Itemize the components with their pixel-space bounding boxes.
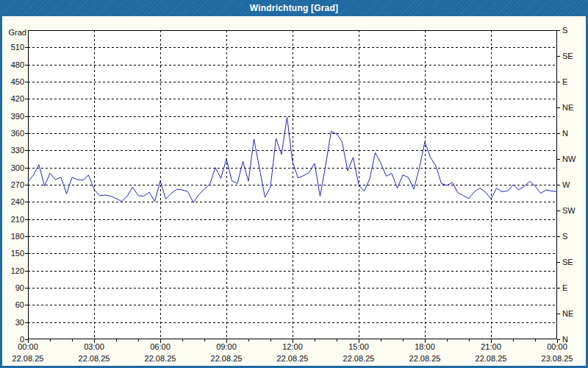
y-axis-unit-label: Grad [0,28,26,37]
right-axis-tick-label: S [562,26,567,35]
y-axis-tick-label: 330 [0,146,24,155]
right-axis-tick-label: S [562,232,567,241]
x-axis-date-label: 22.08.25 [464,354,518,363]
right-axis-tick-label: NE [562,103,573,112]
y-axis-tick-label: 300 [0,163,24,172]
chart-plot-area [28,30,557,339]
y-axis-tick-label: 210 [0,215,24,224]
y-axis-tick-label: 390 [0,112,24,121]
y-axis-tick-label: 90 [0,283,24,292]
x-axis-time-label: 00:00 [535,342,579,351]
x-axis-date-label: 22.08.25 [398,354,452,363]
x-axis-time-label: 15:00 [337,342,381,351]
right-axis-tick-label: SE [562,52,573,60]
right-axis-tick-label: SE [562,258,573,266]
right-axis-tick-label: NE [562,309,573,318]
x-axis-time-label: 21:00 [469,342,513,351]
window-border-left [0,16,2,368]
x-axis-time-label: 18:00 [403,342,447,351]
y-axis-tick-label: 360 [0,129,24,138]
x-axis-date-label: 22.08.25 [133,354,187,363]
x-axis-date-label: 23.08.25 [530,354,584,363]
wind-direction-chart [28,30,557,339]
y-axis-tick-label: 60 [0,300,24,309]
y-axis-tick-label: 150 [0,249,24,258]
right-axis-tick-label: W [562,180,570,189]
y-axis-tick-label: 270 [0,180,24,189]
y-axis-tick-label: 180 [0,232,24,241]
y-axis-tick-label: 240 [0,197,24,206]
x-axis-time-label: 06:00 [138,342,182,351]
x-axis-date-label: 22.08.25 [67,354,121,363]
right-axis-tick-label: E [562,283,567,292]
right-axis-tick-label: SW [562,206,576,215]
window-title: Windrichtung [Grad] [250,3,338,13]
x-axis-time-label: 03:00 [72,342,116,351]
wind-direction-window: Windrichtung [Grad] Grad 030609012015018… [0,0,588,368]
right-axis-tick-label: N [562,129,568,138]
x-axis-date-label: 22.08.25 [265,354,320,363]
y-axis-tick-label: 510 [0,43,24,52]
y-axis-tick-label: 30 [0,318,24,327]
x-axis-date-label: 22.08.25 [331,354,386,363]
window-titlebar: Windrichtung [Grad] [0,0,588,16]
x-axis-time-label: 09:00 [204,342,248,351]
right-axis-tick-label: E [562,77,567,86]
right-axis-tick-label: NW [562,155,576,163]
x-axis-date-label: 22.08.25 [199,354,254,363]
x-axis-time-label: 00:00 [6,342,50,351]
y-axis-tick-label: 120 [0,266,24,275]
x-axis-date-label: 22.08.25 [1,354,55,363]
y-axis-tick-label: 480 [0,60,24,69]
x-axis-time-label: 12:00 [270,342,315,351]
y-axis-tick-label: 450 [0,77,24,86]
y-axis-tick-label: 420 [0,94,24,103]
